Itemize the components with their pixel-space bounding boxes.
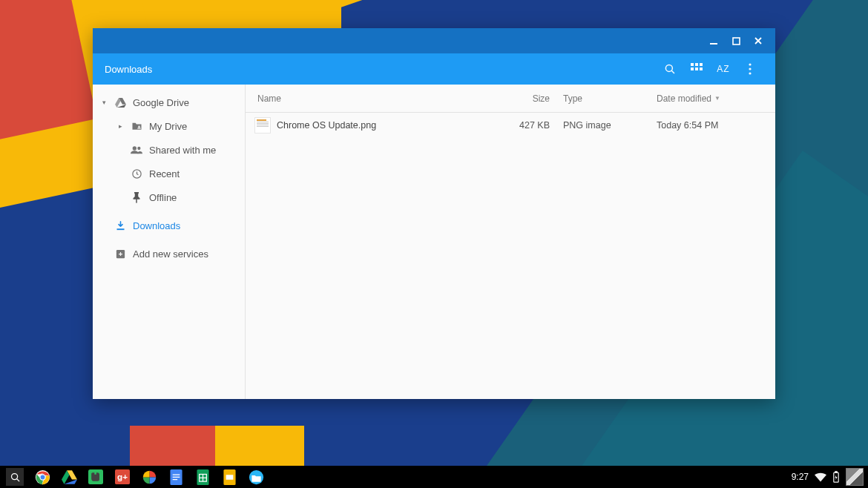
download-icon <box>114 220 127 231</box>
svg-rect-6 <box>700 63 703 66</box>
sidebar-item-offline[interactable]: Offline <box>93 185 245 209</box>
sidebar-item-label: Add new services <box>133 248 208 260</box>
svg-rect-28 <box>172 474 180 475</box>
svg-line-20 <box>16 478 19 481</box>
column-name[interactable]: Name <box>257 93 492 104</box>
sort-az-button[interactable]: AZ <box>710 56 737 82</box>
status-tray[interactable]: 9:27 <box>792 468 868 486</box>
svg-rect-0 <box>710 43 717 44</box>
pin-icon <box>130 192 143 203</box>
sort-descending-icon: ▼ <box>714 95 720 102</box>
sidebar-item-my-drive[interactable]: ▸ My Drive <box>93 114 245 138</box>
sidebar-item-add-new-services[interactable]: Add new services <box>93 242 245 266</box>
location-title: Downloads <box>105 64 152 75</box>
minimize-button[interactable] <box>703 30 725 52</box>
user-avatar[interactable] <box>846 468 864 486</box>
shelf-app-sheets[interactable] <box>194 469 211 485</box>
view-grid-button[interactable] <box>683 56 710 82</box>
chevron-down-icon: ▾ <box>100 99 108 106</box>
shelf-app-google-plus[interactable]: g+ <box>114 469 131 485</box>
window-body: ▾ Google Drive ▸ My Drive <box>93 85 775 399</box>
clock: 9:27 <box>792 472 809 482</box>
svg-rect-9 <box>700 67 703 70</box>
battery-icon <box>832 471 840 483</box>
sidebar-item-label: Offline <box>149 192 177 203</box>
shelf-app-files[interactable] <box>248 469 264 485</box>
svg-point-10 <box>749 63 751 65</box>
desktop: Downloads AZ ▾ Goog <box>0 0 868 488</box>
shelf-app-chrome[interactable] <box>34 469 50 485</box>
close-button[interactable] <box>747 30 769 52</box>
column-size[interactable]: Size <box>492 93 563 104</box>
svg-rect-5 <box>695 63 698 66</box>
people-icon <box>130 145 143 154</box>
more-options-button[interactable] <box>737 56 763 82</box>
file-size: 427 KB <box>492 120 563 131</box>
search-button[interactable] <box>657 56 683 82</box>
sort-label: AZ <box>717 64 729 74</box>
shelf-app-slides[interactable] <box>221 469 237 485</box>
svg-rect-17 <box>116 228 124 230</box>
shelf-app-drive[interactable] <box>61 469 77 485</box>
svg-rect-1 <box>733 38 740 44</box>
sidebar-item-label: Google Drive <box>133 97 189 108</box>
file-name: Chrome OS Update.png <box>277 120 492 131</box>
clock-icon <box>130 168 143 179</box>
add-box-icon <box>114 248 127 260</box>
column-date-label: Date modified <box>657 93 711 104</box>
toolbar: Downloads AZ <box>93 53 775 85</box>
column-type[interactable]: Type <box>563 93 657 104</box>
svg-rect-29 <box>172 476 180 477</box>
svg-point-11 <box>749 67 751 70</box>
svg-rect-39 <box>835 472 837 473</box>
chevron-right-icon: ▸ <box>116 122 124 130</box>
sidebar-item-recent[interactable]: Recent <box>93 162 245 185</box>
svg-rect-36 <box>226 475 233 479</box>
shelf-app-docs[interactable] <box>168 469 184 485</box>
sidebar-item-google-drive[interactable]: ▾ Google Drive <box>93 90 245 114</box>
file-row[interactable]: Chrome OS Update.png 427 KB PNG image To… <box>246 113 775 138</box>
sidebar-item-label: Shared with me <box>149 145 216 156</box>
svg-text:g+: g+ <box>117 472 128 481</box>
folder-shared-icon <box>130 122 143 131</box>
column-date-modified[interactable]: Date modified ▼ <box>657 93 775 104</box>
svg-rect-8 <box>695 67 698 70</box>
svg-rect-30 <box>172 478 177 479</box>
shelf: g+ 9:27 <box>0 466 868 488</box>
sidebar-item-shared-with-me[interactable]: Shared with me <box>93 138 245 162</box>
svg-point-19 <box>11 473 17 479</box>
sidebar-item-label: My Drive <box>149 121 187 132</box>
svg-line-3 <box>671 70 674 73</box>
svg-point-15 <box>137 147 140 150</box>
svg-point-12 <box>749 72 751 74</box>
launcher-button[interactable] <box>6 468 24 486</box>
sidebar: ▾ Google Drive ▸ My Drive <box>93 85 246 399</box>
titlebar[interactable] <box>93 28 775 53</box>
sidebar-item-label: Recent <box>149 168 180 179</box>
file-list: Name Size Type Date modified ▼ Chrome OS… <box>246 85 775 399</box>
shelf-app-evernote[interactable] <box>88 469 104 485</box>
svg-rect-4 <box>691 63 694 66</box>
file-type: PNG image <box>563 120 657 131</box>
file-thumbnail <box>254 117 271 133</box>
svg-point-14 <box>133 146 137 150</box>
svg-point-13 <box>138 125 139 127</box>
svg-point-23 <box>40 475 45 480</box>
drive-icon <box>114 98 127 108</box>
column-headers: Name Size Type Date modified ▼ <box>246 85 775 113</box>
shelf-app-photos[interactable] <box>141 469 157 485</box>
file-date: Today 6:54 PM <box>657 120 775 131</box>
sidebar-item-downloads[interactable]: Downloads <box>93 214 245 237</box>
sidebar-item-label: Downloads <box>133 220 180 231</box>
svg-point-2 <box>665 65 672 71</box>
wifi-icon <box>815 472 826 482</box>
maximize-button[interactable] <box>725 30 747 52</box>
files-window: Downloads AZ ▾ Goog <box>93 28 775 399</box>
svg-rect-7 <box>691 67 694 70</box>
